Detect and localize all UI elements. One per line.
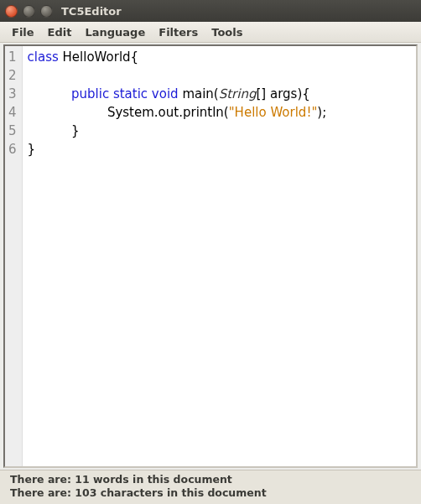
menubar: File Edit Language Filters Tools: [0, 22, 421, 43]
menu-tools[interactable]: Tools: [205, 24, 249, 40]
minimize-icon[interactable]: [23, 5, 35, 18]
menu-filters[interactable]: Filters: [152, 24, 205, 40]
code-line[interactable]: }: [28, 140, 411, 158]
menu-file[interactable]: File: [5, 24, 41, 40]
line-number: 6: [8, 140, 17, 158]
app-window: TC5Editor File Edit Language Filters Too…: [0, 0, 421, 504]
menu-language[interactable]: Language: [78, 24, 152, 40]
line-number-gutter: 123456: [5, 46, 23, 466]
code-line[interactable]: class HelloWorld{: [28, 48, 411, 66]
line-number: 5: [8, 122, 17, 140]
code-line[interactable]: System.out.println("Hello World!");: [28, 103, 411, 122]
window-title: TC5Editor: [61, 5, 122, 18]
code-line[interactable]: }: [28, 122, 411, 140]
code-line[interactable]: [28, 66, 411, 85]
editor-frame: 123456 class HelloWorld{ public static v…: [3, 44, 418, 468]
line-number: 3: [8, 85, 17, 103]
line-number: 4: [8, 103, 17, 122]
status-words: There are: 11 words in this document: [10, 473, 411, 486]
menu-edit[interactable]: Edit: [41, 24, 79, 40]
code-area[interactable]: class HelloWorld{ public static void mai…: [23, 46, 416, 466]
line-number: 2: [8, 66, 17, 85]
status-chars: There are: 103 characters in this docume…: [10, 486, 411, 500]
maximize-icon[interactable]: [40, 5, 53, 18]
code-line[interactable]: public static void main(String[] args){: [28, 85, 411, 103]
titlebar: TC5Editor: [0, 0, 421, 22]
statusbar: There are: 11 words in this document The…: [0, 470, 421, 504]
close-icon[interactable]: [5, 5, 18, 18]
line-number: 1: [8, 48, 17, 66]
